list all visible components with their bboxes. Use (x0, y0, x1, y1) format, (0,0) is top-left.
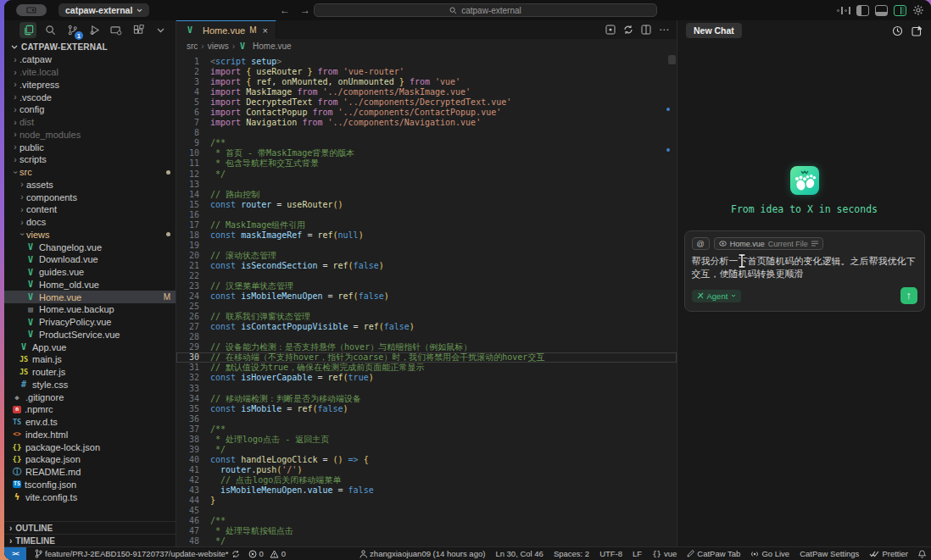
code-line-8[interactable]: 8 (176, 128, 677, 138)
window-controls-pill[interactable] (16, 4, 47, 16)
code-line-28[interactable]: 28 (176, 332, 677, 342)
split-editor-icon[interactable] (641, 25, 651, 35)
code-line-3[interactable]: 3import { ref, onMounted, onUnmounted } … (176, 77, 677, 87)
code-line-17[interactable]: 17// MaskImage组件引用 (176, 220, 677, 230)
tree-item-scripts[interactable]: ›scripts (4, 153, 176, 166)
open-changes-icon[interactable] (605, 25, 616, 35)
tree-item-guides-vue[interactable]: Vguides.vue (4, 266, 176, 279)
tree-item-productservice-vue[interactable]: VProductService.vue (4, 329, 176, 341)
code-line-18[interactable]: 18const maskImageRef = ref(null) (176, 230, 677, 241)
explorer-section-header[interactable]: CATPAW-EXTERNAL (4, 40, 176, 53)
tree-item-style-css[interactable]: #style.css (4, 379, 176, 391)
toggle-primary-sidebar-icon[interactable] (856, 5, 869, 16)
code-line-31[interactable]: 31// 默认值设为true，确保在检测完成前页面能正常显示 (176, 363, 677, 373)
code-line-6[interactable]: 6import ContactPopup from '../components… (176, 108, 677, 118)
code-line-32[interactable]: 32const isHoverCapable = ref(true) (176, 373, 677, 383)
tree-item--vscode[interactable]: ›.vscode (4, 91, 176, 103)
code-line-27[interactable]: 27const isContactPopupVisible = ref(fals… (176, 322, 677, 332)
tree-item--vite-local[interactable]: ›.vite.local (4, 66, 176, 79)
current-file-chip[interactable]: Home.vue Current File (714, 237, 823, 250)
code-line-19[interactable]: 19 (176, 241, 677, 251)
chat-history-icon[interactable] (892, 25, 903, 36)
toggle-secondary-sidebar-icon[interactable] (894, 5, 906, 16)
tree-item-dist[interactable]: ›dist (4, 116, 176, 129)
outline-section[interactable]: › OUTLINE (4, 521, 176, 534)
new-chat-tab[interactable]: New Chat (686, 23, 742, 38)
source-control-icon[interactable]: 1 (64, 22, 81, 38)
editor-scrollbar-thumb[interactable] (668, 55, 676, 64)
breadcrumb-src[interactable]: src (187, 42, 198, 51)
code-line-26[interactable]: 26// 联系我们弹窗状态管理 (176, 312, 677, 322)
tree-item-home-vue[interactable]: VHome.vueM (4, 291, 176, 303)
code-line-37[interactable]: 37/** (176, 424, 677, 435)
code-line-44[interactable]: 44} (176, 496, 677, 506)
code-line-25[interactable]: 25 (176, 302, 677, 312)
tree-item-env-d-ts[interactable]: TSenv.d.ts (4, 416, 176, 429)
nav-forward-button[interactable]: → (300, 4, 310, 16)
tree-item-src[interactable]: ›src (4, 166, 176, 179)
code-line-42[interactable]: 42 // 点击logo后关闭移动端菜单 (176, 475, 677, 485)
code-line-9[interactable]: 9/** (176, 138, 677, 148)
tree-item-index-html[interactable]: <>index.html (4, 429, 176, 441)
status-go-live[interactable]: Go Live (750, 549, 789, 558)
catpaw-sync-icon[interactable] (623, 25, 633, 35)
extensions-icon[interactable] (130, 22, 147, 38)
tree-item-home-old-vue[interactable]: VHome_old.vue (4, 279, 176, 291)
status-catpaw-settings[interactable]: CatPaw Settings (800, 549, 859, 558)
tree-item-views[interactable]: ›views (4, 229, 176, 241)
problems-item[interactable]: 0 0 (248, 549, 287, 558)
tree-item--catpaw[interactable]: ›.catpaw (4, 53, 176, 66)
project-switcher[interactable]: catpaw-external (59, 3, 149, 17)
search-view-icon[interactable] (42, 22, 59, 38)
nav-back-button[interactable]: ← (280, 4, 290, 16)
code-line-12[interactable]: 12 */ (176, 169, 677, 180)
tab-home-vue[interactable]: V Home.vue M × (176, 20, 276, 39)
code-line-33[interactable]: 33 (176, 384, 677, 394)
remote-indicator[interactable]: >< (4, 547, 26, 560)
git-branch-item[interactable]: feature/PRJ-2EABD150-91720737/update-web… (35, 549, 240, 558)
status-utf-8[interactable]: UTF-8 (599, 549, 622, 558)
code-line-2[interactable]: 2import { useRouter } from 'vue-router' (176, 67, 677, 77)
code-line-4[interactable]: 4import MaskImage from '../components/Ma… (176, 87, 677, 97)
code-line-14[interactable]: 14// 路由控制 (176, 190, 677, 200)
tree-item-router-js[interactable]: JSrouter.js (4, 366, 176, 379)
code-line-30[interactable]: 30// 在移动端（不支持hover，指针为coarse）时，我们将禁用会干扰滚… (176, 352, 677, 363)
code-line-48[interactable]: 48 */ (176, 536, 677, 546)
code-line-21[interactable]: 21const isSecondSection = ref(false) (176, 261, 677, 271)
customize-layout-icon[interactable] (837, 7, 850, 14)
breadcrumb-views[interactable]: views (208, 42, 229, 51)
tree-item--npmrc[interactable]: n.npmrc (4, 403, 176, 416)
code-line-24[interactable]: 24const isMobileMenuOpen = ref(false) (176, 291, 677, 302)
code-line-16[interactable]: 16 (176, 210, 677, 220)
command-center-search[interactable]: catpaw-external (314, 3, 657, 17)
tree-item-public[interactable]: ›public (4, 141, 176, 153)
code-line-20[interactable]: 20// 滚动状态管理 (176, 251, 677, 261)
status-ln-30-col-46[interactable]: Ln 30, Col 46 (495, 549, 544, 558)
explorer-icon[interactable] (20, 22, 36, 38)
tree-item--gitignore[interactable]: ◆.gitignore (4, 391, 176, 403)
code-editor[interactable]: 1<script setup>2import { useRouter } fro… (176, 53, 677, 546)
more-actions-icon[interactable]: ⋯ (659, 24, 670, 36)
code-line-38[interactable]: 38 * 处理logo点击 - 返回主页 (176, 435, 677, 445)
tree-item-config[interactable]: ›config (4, 103, 176, 116)
send-button[interactable]: ↑ (900, 287, 917, 304)
tree-item-app-vue[interactable]: VApp.vue (4, 341, 176, 353)
code-line-13[interactable]: 13 (176, 180, 677, 190)
code-line-5[interactable]: 5import DecryptedText from '../component… (176, 97, 677, 108)
tree-item-components[interactable]: ›components (4, 191, 176, 203)
tree-item--vitepress[interactable]: ›.vitepress (4, 79, 176, 91)
tree-item-home-vue-backup[interactable]: ▤Home.vue.backup (4, 303, 176, 316)
agent-mode-selector[interactable]: Agent (692, 290, 742, 302)
code-line-45[interactable]: 45 (176, 506, 677, 516)
tab-close-icon[interactable]: × (262, 25, 267, 36)
code-line-40[interactable]: 40const handleLogoClick = () => { (176, 455, 677, 465)
breadcrumb[interactable]: src › views › V Home.vue (176, 39, 677, 53)
toggle-panel-icon[interactable] (875, 5, 888, 16)
code-line-1[interactable]: 1<script setup> (176, 57, 677, 67)
chat-input-card[interactable]: @ Home.vue Current File 帮我分析一下首页随机码的变化逻辑… (684, 230, 925, 312)
tree-item-download-vue[interactable]: VDownload.vue (4, 253, 176, 266)
tree-item-docs[interactable]: ›docs (4, 216, 176, 229)
status-zhangxiaojuan09-14-hours-ago-[interactable]: zhangxiaojuan09 (14 hours ago) (360, 549, 485, 558)
tree-item-main-js[interactable]: JSmain.js (4, 353, 176, 366)
breadcrumb-file[interactable]: Home.vue (253, 42, 292, 51)
